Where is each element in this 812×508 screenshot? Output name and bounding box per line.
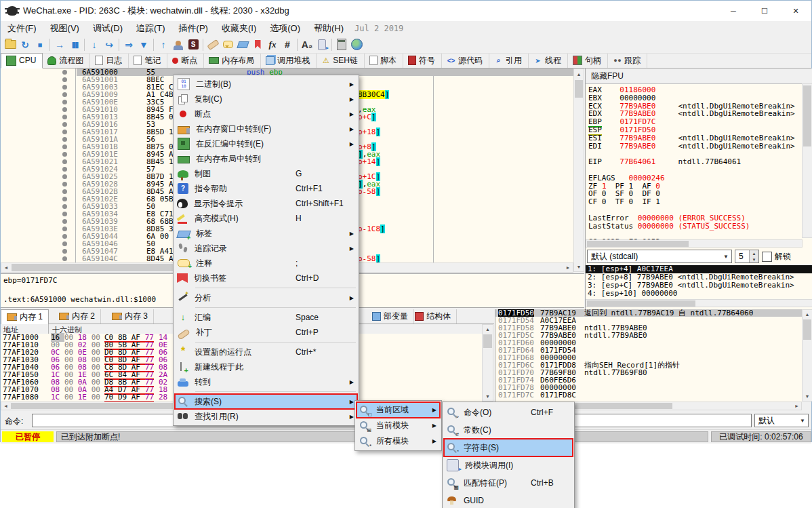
tab-脚本[interactable]: 脚本	[365, 54, 403, 68]
menu-item-命令O[interactable]: >命令(O)Ctrl+F	[444, 404, 573, 421]
menu-item-查找引用R[interactable]: 查找引用(R)▶	[175, 409, 357, 424]
hash-icon[interactable]: #	[280, 37, 295, 52]
breakpoint-gutter-dot[interactable]	[62, 100, 67, 104]
menu-item-当前区域[interactable]: □当前区域▶	[357, 402, 440, 418]
arguments-hscrollbar[interactable]	[586, 299, 812, 307]
menu-item-在内存窗口中转到F[interactable]: 在内存窗口中转到(F)▶	[175, 121, 357, 136]
step-into-icon[interactable]: ↓	[87, 37, 102, 52]
minimize-button[interactable]: ─	[718, 1, 749, 21]
breakpoint-gutter-dot[interactable]	[62, 197, 67, 201]
breakpoint-gutter-dot[interactable]	[62, 167, 67, 172]
menubar-item[interactable]: 视图(V)	[43, 21, 86, 36]
hide-fpu-button[interactable]: 隐藏FPU	[586, 69, 812, 84]
breakpoint-gutter-dot[interactable]	[62, 174, 67, 179]
menu-item-汇编[interactable]: ↓汇编Space	[175, 310, 357, 325]
menu-item-在反汇编中转到E[interactable]: 在反汇编中转到(E)▶	[175, 136, 357, 151]
breakpoint-gutter-dot[interactable]	[62, 219, 67, 224]
tab-结构体[interactable]: 结构体	[409, 309, 457, 324]
menubar-item[interactable]: 文件(F)	[1, 21, 43, 36]
tab-部变量[interactable]: 部变量	[367, 309, 414, 324]
tab-源代码[interactable]: <>源代码	[442, 54, 489, 68]
breakpoint-gutter-dot[interactable]	[62, 189, 67, 194]
menu-item-转到[interactable]: 转到▶	[175, 374, 357, 389]
registers-hscrollbar[interactable]	[586, 239, 803, 248]
calculator-icon[interactable]	[334, 37, 349, 52]
menu-item-断点[interactable]: 断点▶	[175, 106, 357, 121]
fx-icon[interactable]: fx	[265, 37, 280, 52]
menu-item-GUID[interactable]: GUID	[444, 492, 573, 508]
tab-内存 3[interactable]: 内存 3	[106, 309, 154, 324]
menu-item-在内存布局中转到[interactable]: 在内存布局中转到	[175, 151, 357, 166]
calls-icon[interactable]	[314, 37, 329, 52]
tab-断点[interactable]: 断点	[167, 54, 204, 68]
menu-item-搜索S[interactable]: 搜索(S)▶	[175, 394, 357, 409]
calling-convention-select[interactable]: 默认 (stdcall) ▼	[587, 250, 732, 263]
tab-内存布局[interactable]: 内存布局	[204, 54, 261, 68]
menu-item-分析[interactable]: 分析▶	[175, 290, 357, 305]
menu-item-新建线程于此[interactable]: 新建线程于此	[175, 359, 357, 374]
menu-item-高亮模式H[interactable]: 高亮模式(H)H	[175, 211, 357, 226]
labels-icon[interactable]	[235, 37, 250, 52]
breakpoint-gutter-dot[interactable]	[62, 77, 67, 82]
tab-流程图[interactable]: 流程图	[43, 54, 90, 68]
az-icon[interactable]: A₂	[300, 37, 314, 52]
menu-item-当前模块[interactable]: ⊞当前模块▶	[357, 418, 440, 433]
tab-句柄[interactable]: 句柄	[568, 54, 608, 68]
run-to-user-icon[interactable]: ⇒	[121, 37, 136, 52]
menu-item-跨模块调用I[interactable]: 跨模块调用(I)	[444, 456, 573, 474]
tab-内存 1[interactable]: 内存 1	[1, 309, 49, 325]
menu-item-注释[interactable]: 注释;	[175, 256, 357, 271]
restart-icon[interactable]: ↻	[18, 37, 33, 52]
menu-item-常数C[interactable]: #常数(C)	[444, 421, 573, 439]
breakpoint-gutter-dot[interactable]	[62, 241, 67, 246]
menu-item-制图[interactable]: 制图G	[175, 166, 357, 181]
menu-item-字符串S[interactable]: ‟字符串(S)	[444, 439, 573, 456]
menu-item-标签[interactable]: 标签▶	[175, 226, 357, 241]
menubar-item[interactable]: 追踪(T)	[129, 21, 172, 36]
menu-item-所有模块[interactable]: *所有模块▶	[357, 433, 440, 449]
disasm-vscrollbar[interactable]: ▲ ▼	[573, 69, 584, 272]
pause-icon[interactable]: ▮▮	[67, 37, 82, 52]
command-profile-select[interactable]: 默认 ▼	[754, 414, 809, 427]
breakpoint-gutter-dot[interactable]	[62, 249, 67, 254]
menubar-item[interactable]: 收藏夹(I)	[215, 21, 263, 36]
tab-调用堆栈[interactable]: 调用堆栈	[261, 54, 317, 68]
stack-row[interactable]: 0171FD7C0171FD8C	[495, 391, 802, 399]
breakpoint-gutter-dot[interactable]	[62, 115, 67, 119]
titlebar[interactable]: WeChat.exe - PID: 263C - 模块: wechatwin.d…	[1, 1, 811, 21]
tab-SEH链[interactable]: ⚠SEH链	[317, 54, 365, 68]
execute-till-return-icon[interactable]: ▼	[136, 37, 151, 52]
arguments-list[interactable]: 1: [esp+4] A0C17EEA2: [esp+8] 77B9ABE0 <…	[586, 265, 812, 298]
arg-count-spinner[interactable]: 5 ▲▼	[735, 250, 759, 263]
argument-row[interactable]: 4: [esp+10] 00000000	[586, 290, 812, 298]
menu-item-补丁[interactable]: 补丁Ctrl+P	[175, 325, 357, 340]
breakpoint-gutter-dot[interactable]	[62, 212, 67, 216]
breakpoint-gutter-dot[interactable]	[62, 85, 67, 90]
menubar-item[interactable]: 调试(D)	[86, 21, 129, 36]
tab-内存 2[interactable]: 内存 2	[54, 309, 101, 324]
breakpoint-gutter-dot[interactable]	[62, 152, 67, 157]
breakpoint-gutter-dot[interactable]	[62, 204, 67, 209]
registers-vscrollbar[interactable]	[802, 83, 812, 238]
tab-符号[interactable]: 符号	[403, 54, 442, 68]
internet-icon[interactable]	[349, 37, 364, 52]
tab-CPU[interactable]: CPU	[1, 53, 43, 69]
bookmarks-icon[interactable]	[250, 37, 265, 52]
breakpoint-gutter-dot[interactable]	[62, 130, 67, 134]
menu-item-追踪记录[interactable]: 追踪记录▶	[175, 241, 357, 256]
menubar-item[interactable]: 帮助(H)	[307, 21, 350, 36]
menu-item-指令帮助[interactable]: ?指令帮助Ctrl+F1	[175, 181, 357, 196]
menu-item-匹配特征P[interactable]: ▦匹配特征(P)Ctrl+B	[444, 474, 573, 492]
dump-vscrollbar[interactable]: ▲ ▼	[482, 324, 493, 402]
breakpoint-gutter-dot[interactable]	[62, 256, 67, 261]
tab-日志[interactable]: 日志	[90, 54, 129, 68]
stop-icon[interactable]: ■	[33, 37, 47, 52]
open-file-icon[interactable]	[3, 37, 18, 52]
unlock-checkbox[interactable]	[762, 252, 772, 262]
attach-icon[interactable]	[171, 37, 186, 52]
tab-线程[interactable]: ➤线程	[529, 54, 568, 68]
breakpoint-gutter-dot[interactable]	[62, 182, 67, 187]
menu-item-切换书签[interactable]: 切换书签Ctrl+D	[175, 271, 357, 286]
breakpoint-gutter-dot[interactable]	[62, 144, 67, 149]
step-over-icon[interactable]: ↪	[102, 37, 117, 52]
